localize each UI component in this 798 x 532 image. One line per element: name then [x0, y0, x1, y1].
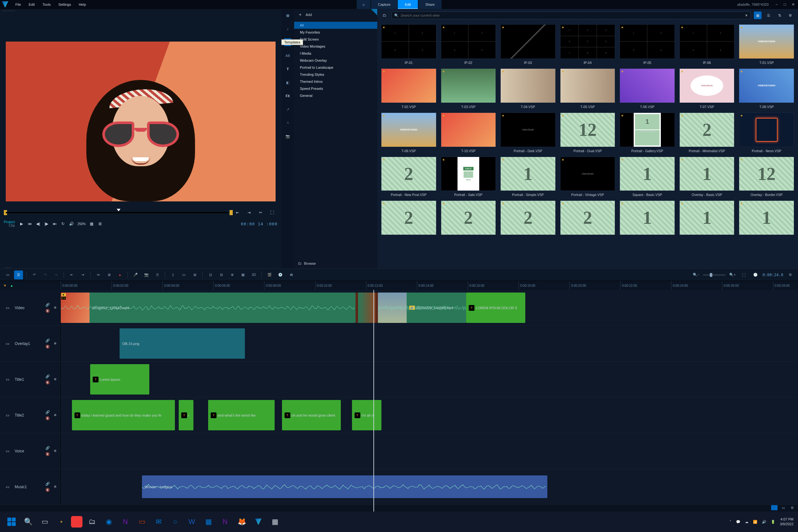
cortana-icon[interactable]: ○: [168, 515, 182, 529]
chapter-marker[interactable]: [117, 209, 120, 211]
track-link-icon[interactable]: 🔗: [45, 303, 50, 307]
template-thumb[interactable]: ★VideoStudioPortrait - Dark.VSP: [500, 113, 556, 153]
clock[interactable]: 4:07 PM 3/9/2022: [780, 517, 794, 527]
track-body[interactable]: Ttoday i learned guard and how do they m…: [61, 397, 798, 433]
template-thumb[interactable]: ★1234IP-01: [381, 24, 436, 64]
track-mute-icon[interactable]: 🔇: [45, 380, 50, 385]
zoom-level[interactable]: 250%: [76, 220, 87, 227]
options-button[interactable]: ⊞: [97, 220, 103, 227]
favorite-icon[interactable]: ★: [740, 114, 743, 117]
favorite-icon[interactable]: ★: [621, 70, 624, 73]
favorite-icon[interactable]: ★: [562, 25, 564, 29]
track-header[interactable]: ▭Music1🔗🔇※: [0, 469, 61, 505]
fx-tab-icon[interactable]: FX: [284, 92, 291, 100]
template-thumb[interactable]: ★1: [679, 201, 735, 237]
track-link-icon[interactable]: 🔗: [45, 374, 50, 379]
tracker-icon[interactable]: ⊕: [228, 270, 236, 280]
taskview-button[interactable]: ▭: [38, 515, 52, 529]
favorite-icon[interactable]: ★: [442, 114, 445, 117]
favorite-icon[interactable]: ★: [442, 202, 445, 205]
favorite-icon[interactable]: ★: [382, 202, 385, 205]
list-view-icon[interactable]: ☰: [765, 12, 773, 19]
slip-icon[interactable]: ⇔: [94, 270, 102, 280]
tab-edit[interactable]: Edit: [397, 0, 418, 9]
template-thumb[interactable]: ★1VIDEOSTUDIOPortrait - Gallery.VSP: [620, 113, 675, 153]
template-thumb[interactable]: ★1Portrait - Simple.VSP: [500, 157, 556, 197]
corner-view-icon[interactable]: [771, 505, 778, 510]
media-tab-icon[interactable]: ▦: [284, 12, 291, 19]
preview-viewport[interactable]: [6, 41, 276, 202]
menu-edit[interactable]: Edit: [25, 1, 39, 8]
favorite-icon[interactable]: ★: [740, 25, 743, 29]
wifi-tray-icon[interactable]: 📶: [753, 520, 757, 524]
template-thumb[interactable]: ★1Square - Basic.VSP: [620, 157, 675, 197]
template-thumb[interactable]: ★123456789IP-04: [560, 24, 615, 64]
favorite-icon[interactable]: ★: [621, 202, 624, 205]
template-thumb[interactable]: ★T-04.VSP: [500, 69, 556, 109]
sort-icon[interactable]: ⇅: [776, 12, 783, 19]
favorite-icon[interactable]: ★: [562, 70, 564, 73]
edge-icon[interactable]: ◉: [102, 515, 116, 529]
office-icon[interactable]: ▭: [135, 515, 149, 529]
clip[interactable]: Toh and he would grow client: [282, 400, 341, 430]
clip[interactable]: ★FX20180912_103643.mp4: [61, 292, 356, 323]
favorite-icon[interactable]: ★: [442, 70, 445, 73]
subtitle-icon[interactable]: ▭: [179, 270, 188, 280]
track-mute-icon[interactable]: 🔇: [45, 416, 50, 420]
track-mute-icon[interactable]: 🔇: [45, 309, 50, 313]
panel-grip[interactable]: [3, 266, 11, 269]
favorite-icon[interactable]: ★: [681, 158, 684, 162]
options-icon[interactable]: ⚙: [786, 12, 794, 19]
favorite-icon[interactable]: ★: [442, 25, 445, 29]
tab-home[interactable]: ⌂: [356, 0, 370, 9]
track-mute-icon[interactable]: 🔇: [45, 345, 50, 349]
vivaldi-icon[interactable]: [71, 516, 82, 528]
templates-tab-icon[interactable]: Templates: [284, 38, 291, 46]
category-item[interactable]: Themed Intros: [294, 78, 377, 85]
favorite-icon[interactable]: ★: [442, 158, 445, 162]
track-lock-icon[interactable]: ※: [54, 341, 57, 346]
template-thumb[interactable]: ★SALE1SALEPortrait - Sale.VSP: [441, 157, 496, 197]
teams-tray-icon[interactable]: 💬: [736, 520, 740, 524]
speed-icon[interactable]: ⏱: [153, 270, 162, 280]
template-thumb[interactable]: ★1234IP-05: [620, 24, 675, 64]
menu-help[interactable]: Help: [75, 1, 90, 8]
audio-tab-icon[interactable]: ♪: [284, 25, 291, 33]
prev-frame-button[interactable]: ⏮: [26, 220, 33, 227]
template-thumb[interactable]: ★VideoStudioPortrait - Vintage.VSP: [560, 157, 615, 197]
loop-button[interactable]: ↻: [59, 220, 66, 227]
overlays-tab-icon[interactable]: ◧: [284, 79, 291, 86]
grid-icon[interactable]: ⊞: [190, 270, 199, 280]
word-icon[interactable]: W: [185, 515, 199, 529]
track-lock-icon[interactable]: ※: [54, 449, 57, 453]
multiview-icon[interactable]: ▦: [239, 270, 247, 280]
clip[interactable]: OB-15.png: [119, 328, 245, 359]
browse-row[interactable]: 🗀 Browse: [294, 258, 377, 269]
template-thumb[interactable]: ★12Portrait - Dual.VSP: [560, 113, 615, 153]
favorite-icon[interactable]: ★: [681, 202, 684, 205]
template-thumb[interactable]: ★VIDEOSTUDIOT-09.VSP: [381, 113, 436, 153]
search-button[interactable]: 🔍: [21, 515, 35, 529]
motion-tab-icon[interactable]: ↗: [284, 106, 291, 113]
template-thumb[interactable]: ★T-05.VSP: [560, 69, 615, 109]
track-mute-icon[interactable]: 🔇: [45, 452, 50, 456]
videostudio-icon[interactable]: [251, 515, 265, 529]
search-input[interactable]: [401, 14, 743, 17]
category-item[interactable]: Trending Styles: [294, 71, 377, 78]
menu-settings[interactable]: Settings: [54, 1, 75, 8]
track-header[interactable]: ▭Title2🔗🔇※: [0, 397, 61, 433]
template-thumb[interactable]: ★2Portrait - New Post.VSP: [381, 157, 436, 197]
clip[interactable]: Ti: [179, 400, 193, 430]
category-item[interactable]: Video Montages: [294, 43, 377, 50]
close-button[interactable]: ✕: [790, 3, 796, 6]
next-frame-button[interactable]: ⏭: [51, 220, 58, 227]
favorite-icon[interactable]: ★: [562, 158, 564, 162]
step-back-button[interactable]: ◀|: [35, 220, 41, 227]
snapshot-button[interactable]: ▦: [88, 220, 95, 227]
outlook-icon[interactable]: ✉: [152, 515, 166, 529]
step-fwd-button[interactable]: |▶: [43, 220, 50, 227]
volume-button[interactable]: 🔊: [68, 220, 75, 227]
clip[interactable]: Ti'm all of: [352, 400, 381, 430]
track-link-icon[interactable]: 🔗: [45, 339, 50, 343]
clip[interactable]: TLOREM IPSUM DOLOR S: [466, 292, 525, 323]
